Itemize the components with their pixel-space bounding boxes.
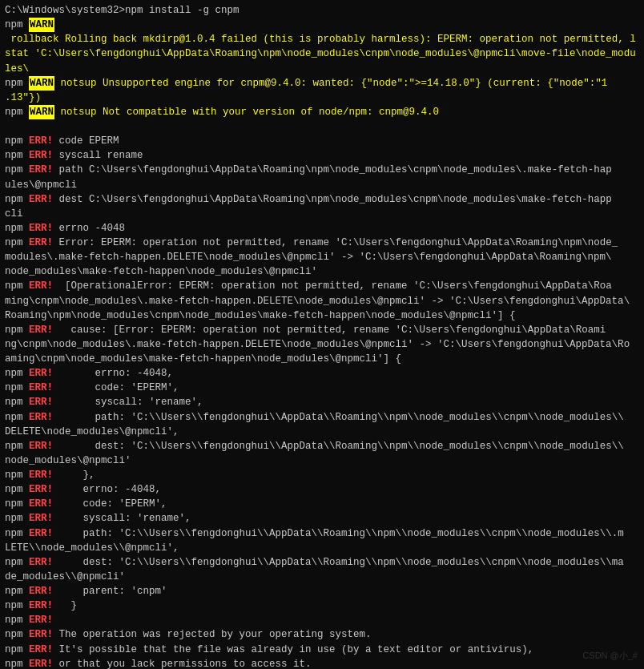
err-badge: ERR! [29,584,53,598]
line-text: The operation was rejected by your opera… [53,627,372,642]
err-badge: ERR! [29,468,53,482]
terminal-line: npm ERR! errno: -4048, [5,366,639,381]
terminal-line: modules\.make-fetch-happen.DELETE\node_m… [5,250,639,264]
err-badge: ERR! [29,627,53,642]
terminal-line: C:\Windows\system32>npm install -g cnpm [5,3,639,18]
line-text: syscall: 'rename', [53,395,203,409]
line-prefix: npm [5,366,29,381]
terminal-line: npm ERR! parent: 'cnpm' [5,584,639,598]
line-prefix: npm [5,18,29,32]
line-text: code EPERM [53,134,119,148]
terminal-line: DELETE\node_modules\@npmcli', [5,425,639,439]
terminal-line: aming\cnpm\node_modules\make-fetch-happe… [5,352,639,366]
terminal-line: npm ERR! syscall: 'rename', [5,395,639,409]
terminal-line: ng\cnpm\node_modules\.make-fetch-happen.… [5,337,639,352]
err-badge: ERR! [29,323,53,337]
err-badge: ERR! [29,598,53,613]
watermark: CSDN @小_# [582,650,638,663]
err-badge: ERR! [29,148,53,163]
line-prefix: npm [5,148,29,163]
line-prefix: npm [5,192,29,207]
line-prefix: npm [5,657,29,669]
terminal-line: node_modules\@npmcli' [5,453,639,468]
terminal-line: npm ERR! path: 'C:\\Users\\fengdonghui\\… [5,410,639,425]
err-badge: ERR! [29,395,53,409]
err-badge: ERR! [29,410,53,425]
terminal-line: npm ERR! dest: 'C:\\Users\\fengdonghui\\… [5,439,639,453]
terminal-line: npm ERR! The operation was rejected by y… [5,627,639,642]
line-text: ming\cnpm\node_modules\.make-fetch-happe… [5,294,630,308]
err-badge: ERR! [29,366,53,381]
terminal-line: npm ERR! code EPERM [5,134,639,148]
line-prefix: npm [5,410,29,425]
line-text: errno: -4048, [53,366,173,381]
terminal-line: npm ERR! syscall rename [5,148,639,163]
line-text: Roaming\npm\node_modules\cnpm\node_modul… [5,308,516,323]
line-text: dest C:\Users\fengdonghui\AppData\Roamin… [53,192,612,207]
terminal-line: npm ERR! }, [5,468,639,482]
err-badge: ERR! [29,221,53,236]
line-prefix: npm [5,555,29,570]
terminal-line: npm WARN rollback Rolling back mkdirp@1.… [5,18,639,76]
line-prefix: npm [5,526,29,541]
line-prefix: npm [5,163,29,177]
line-text: Error: EPERM: operation not permitted, r… [53,236,618,250]
line-text: [OperationalError: EPERM: operation not … [53,279,612,293]
terminal-line: npm ERR! or that you lack permissions to… [5,657,639,669]
line-prefix: npm [5,584,29,598]
terminal-window: C:\Windows\system32>npm install -g cnpm … [0,0,644,669]
line-text: parent: 'cnpm' [53,584,167,598]
line-prefix: npm [5,613,29,627]
terminal-line: npm ERR! syscall: 'rename', [5,511,639,526]
line-text: node_modules\make-fetch-happen\node_modu… [5,264,317,279]
warn-badge: WARN [29,105,54,119]
line-prefix: npm [5,511,29,526]
line-prefix: npm [5,439,29,453]
line-text: or that you lack permissions to access i… [53,657,312,669]
line-prefix: npm [5,482,29,497]
err-badge: ERR! [29,613,53,627]
terminal-line: npm ERR! It's possible that the file was… [5,643,639,657]
err-badge: ERR! [29,555,53,570]
line-text: notsup Not compatible with your version … [54,105,439,119]
line-text: node_modules\@npmcli' [5,453,131,468]
err-badge: ERR! [29,482,53,497]
line-prefix: npm [5,323,29,337]
terminal-line: de_modules\\@npmcli' [5,570,639,584]
terminal-line: cli [5,207,639,221]
terminal-line: npm ERR! dest: 'C:\\Users\\fengdonghui\\… [5,555,639,570]
line-prefix: npm [5,236,29,250]
terminal-line: npm ERR! dest C:\Users\fengdonghui\AppDa… [5,192,639,207]
terminal-line: npm WARN notsup Unsupported engine for c… [5,76,639,91]
line-text: de_modules\\@npmcli' [5,570,125,584]
err-badge: ERR! [29,192,53,207]
line-text: dest: 'C:\\Users\\fengdonghui\\AppData\\… [53,555,624,570]
terminal-line: npm ERR! path: 'C:\\Users\\fengdonghui\\… [5,526,639,541]
err-badge: ERR! [29,643,53,657]
warn-badge: WARN [29,18,54,32]
err-badge: ERR! [29,236,53,250]
terminal-line: npm WARN notsup Not compatible with your… [5,105,639,119]
terminal-line: npm ERR! [OperationalError: EPERM: opera… [5,279,639,293]
line-text: ng\cnpm\node_modules\.make-fetch-happen.… [5,337,630,352]
line-text: dest: 'C:\\Users\\fengdonghui\\AppData\\… [53,439,624,453]
err-badge: ERR! [29,497,53,511]
line-prefix: npm [5,76,29,91]
terminal-line: npm ERR! } [5,598,639,613]
terminal-line: node_modules\make-fetch-happen\node_modu… [5,264,639,279]
err-badge: ERR! [29,526,53,541]
terminal-line: npm ERR! errno -4048 [5,221,639,236]
line-prefix: npm [5,497,29,511]
err-badge: ERR! [29,439,53,453]
line-text: aming\cnpm\node_modules\make-fetch-happe… [5,352,401,366]
err-badge: ERR! [29,134,53,148]
line-text: cli [5,207,23,221]
line-text: path: 'C:\\Users\\fengdonghui\\AppData\\… [53,410,624,425]
line-prefix: npm [5,643,29,657]
line-text: It's possible that the file was already … [53,643,533,657]
line-text: errno: -4048, [53,482,161,497]
line-text: syscall rename [53,148,143,163]
line-prefix: npm [5,627,29,642]
line-text: ules\@npmcli [5,178,77,192]
terminal-line: npm ERR! cause: [Error: EPERM: operation… [5,323,639,337]
